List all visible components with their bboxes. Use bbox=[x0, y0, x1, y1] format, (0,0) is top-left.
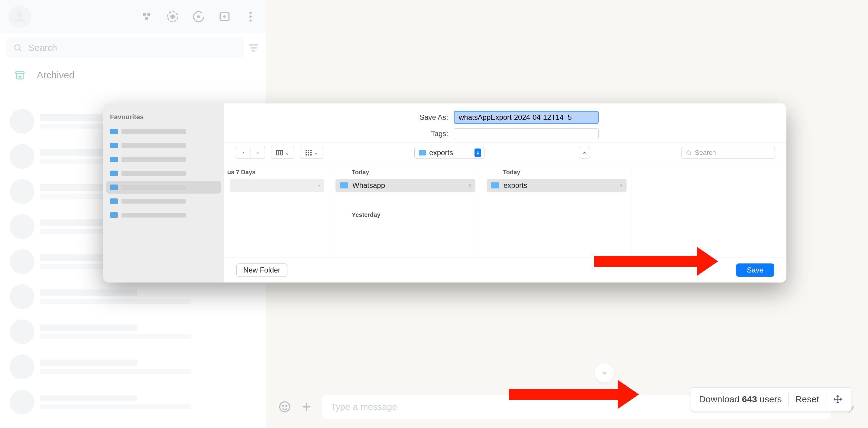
column-0-item[interactable]: › bbox=[230, 179, 324, 192]
chevron-right-icon: › bbox=[620, 181, 622, 190]
chevron-down-icon: ⌄ bbox=[314, 150, 318, 156]
save-button[interactable]: Save bbox=[736, 263, 774, 277]
favourite-item[interactable] bbox=[106, 153, 221, 166]
svg-rect-36 bbox=[306, 154, 307, 155]
download-count: 643 bbox=[742, 394, 757, 404]
column-1-header-yesterday: Yesterday bbox=[330, 208, 481, 221]
save-dialog-toolbar: ‹ › ⌄ ⌄ exports ▲▼ Search bbox=[224, 142, 786, 163]
svg-rect-35 bbox=[310, 152, 312, 153]
svg-rect-33 bbox=[306, 152, 307, 153]
annotation-arrow-save bbox=[594, 252, 718, 271]
nav-back-forward: ‹ › bbox=[236, 147, 266, 159]
collapse-button[interactable] bbox=[579, 147, 590, 159]
tags-label: Tags: bbox=[412, 130, 448, 138]
favourite-item[interactable] bbox=[106, 209, 221, 221]
location-popup[interactable]: exports ▲▼ bbox=[414, 147, 485, 159]
annotation-arrow-download bbox=[509, 385, 639, 404]
divider bbox=[788, 393, 789, 405]
updown-icon: ▲▼ bbox=[474, 148, 481, 157]
folder-icon bbox=[340, 182, 348, 189]
item-label: Whatsapp bbox=[352, 181, 385, 190]
reset-button[interactable]: Reset bbox=[796, 394, 819, 404]
folder-icon bbox=[491, 182, 499, 189]
column-2-header: Today bbox=[481, 166, 632, 179]
column-2: Today exports › bbox=[481, 163, 632, 257]
divider bbox=[826, 393, 826, 405]
download-button[interactable]: Download 643 users bbox=[699, 394, 782, 404]
svg-rect-28 bbox=[279, 151, 280, 155]
view-mode-grid[interactable]: ⌄ bbox=[300, 147, 323, 159]
item-label: exports bbox=[503, 181, 527, 190]
column-2-item-exports[interactable]: exports › bbox=[487, 179, 626, 192]
download-users-label: users bbox=[760, 394, 781, 404]
column-1-header: Today bbox=[330, 166, 481, 179]
svg-line-40 bbox=[690, 154, 691, 155]
column-0: us 7 Days › bbox=[224, 163, 330, 257]
column-1: Today Whatsapp › Yesterday bbox=[330, 163, 481, 257]
nav-back-button[interactable]: ‹ bbox=[236, 147, 251, 159]
download-toolbar: Download 643 users Reset bbox=[691, 388, 851, 411]
nav-forward-button[interactable]: › bbox=[251, 147, 265, 159]
chevron-down-icon: ⌄ bbox=[285, 150, 289, 156]
favourite-item[interactable] bbox=[106, 167, 221, 180]
tags-input[interactable] bbox=[454, 128, 599, 139]
svg-rect-32 bbox=[310, 150, 312, 151]
save-search-placeholder: Search bbox=[695, 149, 716, 157]
location-name: exports bbox=[429, 148, 471, 157]
svg-rect-29 bbox=[281, 151, 283, 155]
svg-rect-34 bbox=[308, 152, 309, 153]
column-3 bbox=[632, 163, 786, 257]
svg-rect-27 bbox=[276, 151, 278, 155]
favourite-item[interactable] bbox=[106, 195, 221, 207]
favourite-item[interactable] bbox=[106, 125, 221, 138]
save-dialog-search[interactable]: Search bbox=[681, 147, 775, 159]
chevron-right-icon: › bbox=[318, 183, 320, 188]
view-mode-columns[interactable]: ⌄ bbox=[271, 147, 294, 159]
column-0-header: us 7 Days bbox=[224, 166, 330, 179]
svg-rect-30 bbox=[306, 150, 307, 151]
column-1-item-whatsapp[interactable]: Whatsapp › bbox=[336, 179, 475, 192]
svg-rect-38 bbox=[310, 154, 312, 155]
chevron-right-icon: › bbox=[469, 181, 471, 190]
favourite-item[interactable] bbox=[106, 139, 221, 152]
move-handle-icon[interactable] bbox=[833, 394, 843, 404]
svg-rect-31 bbox=[308, 150, 309, 151]
favourite-item-selected[interactable] bbox=[106, 181, 221, 194]
save-as-label: Save As: bbox=[412, 113, 448, 122]
save-as-row: Save As: bbox=[224, 104, 786, 127]
save-dialog-sidebar: Favourites bbox=[103, 104, 224, 283]
tags-row: Tags: bbox=[224, 127, 786, 142]
save-dialog-columns: us 7 Days › Today Whatsapp › Yesterday T… bbox=[224, 163, 786, 257]
save-as-input[interactable] bbox=[454, 111, 599, 124]
svg-point-39 bbox=[687, 151, 690, 154]
folder-icon bbox=[419, 150, 426, 155]
svg-rect-37 bbox=[308, 154, 309, 155]
new-folder-button[interactable]: New Folder bbox=[236, 263, 287, 277]
favourites-label: Favourites bbox=[103, 109, 224, 124]
